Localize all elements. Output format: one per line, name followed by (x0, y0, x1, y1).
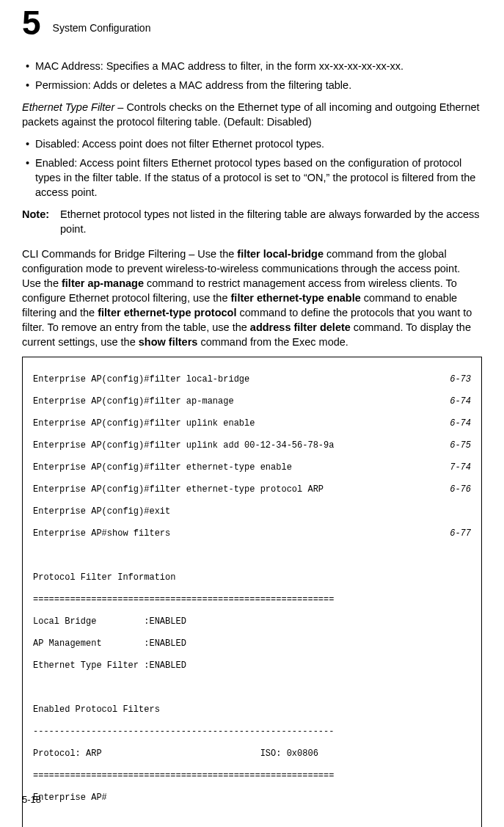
code-line: Enterprise AP(config)#filter ethernet-ty… (33, 484, 471, 495)
cli-command: filter ethernet-type protocol (98, 307, 236, 318)
page-header: 5 System Configuration (22, 22, 482, 40)
code-line: Ethernet Type Filter :ENABLED (33, 660, 471, 671)
code-line: Protocol: ARP ISO: 0x0806 (33, 748, 471, 759)
note-block: Note: Ethernet protocol types not listed… (22, 207, 482, 236)
code-line: Enterprise AP#show filters6-77 (33, 528, 471, 539)
code-line: ========================================… (33, 770, 471, 782)
cli-commands-paragraph: CLI Commands for Bridge Filtering – Use … (22, 247, 482, 349)
code-line: Enabled Protocol Filters (33, 704, 471, 715)
code-line (33, 682, 471, 693)
list-item: Disabled: Access point does not filter E… (32, 136, 482, 151)
code-line: AP Management :ENABLED (33, 638, 471, 649)
cli-command: filter ap-manage (62, 277, 144, 289)
note-text: Ethernet protocol types not listed in th… (60, 207, 482, 236)
code-line: ----------------------------------------… (33, 726, 471, 737)
code-line: Enterprise AP(config)#filter local-bridg… (33, 374, 471, 385)
code-line: Local Bridge :ENABLED (33, 616, 471, 627)
code-line: Enterprise AP(config)#filter ethernet-ty… (33, 462, 471, 473)
list-item: Enabled: Access point filters Ethernet p… (32, 156, 482, 200)
ethernet-filter-paragraph: Ethernet Type Filter – Controls checks o… (22, 100, 482, 129)
code-line: Protocol Filter Information (33, 572, 471, 583)
code-line: Enterprise AP(config)#filter uplink enab… (33, 418, 471, 429)
body-content: MAC Address: Specifies a MAC address to … (22, 59, 482, 827)
code-line: Enterprise AP# (33, 793, 471, 804)
cli-text: CLI Commands for Bridge Filtering – Use … (22, 248, 237, 260)
code-line: Enterprise AP(config)#filter ap-manage6-… (33, 396, 471, 407)
chapter-number: 5 (22, 6, 41, 40)
terminal-output: Enterprise AP(config)#filter local-bridg… (22, 357, 482, 827)
chapter-title: System Configuration (53, 22, 151, 34)
cli-command: show filters (139, 336, 198, 348)
cli-command: filter local-bridge (237, 248, 324, 260)
mac-filter-list: MAC Address: Specifies a MAC address to … (22, 59, 482, 92)
ethernet-filter-label: Ethernet Type Filter (22, 101, 114, 113)
code-line: ========================================… (33, 594, 471, 605)
list-item: Permission: Adds or deletes a MAC addres… (32, 78, 482, 92)
list-item: MAC Address: Specifies a MAC address to … (32, 59, 482, 73)
note-label: Note: (22, 207, 60, 236)
page-number: 5-18 (22, 794, 41, 805)
code-line: Enterprise AP(config)#exit (33, 506, 471, 517)
cli-command: address filter delete (250, 321, 351, 333)
cli-command: filter ethernet-type enable (231, 292, 361, 304)
code-line: Enterprise AP(config)#filter uplink add … (33, 440, 471, 451)
ethernet-filter-list: Disabled: Access point does not filter E… (22, 136, 482, 200)
cli-text: command from the Exec mode. (197, 336, 348, 348)
code-line (33, 550, 471, 561)
